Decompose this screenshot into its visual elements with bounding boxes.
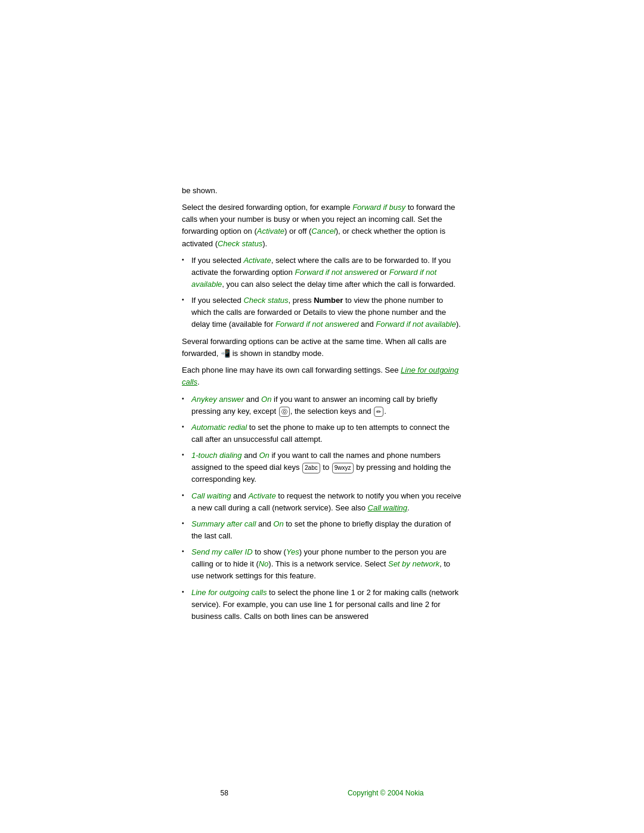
anykey-answer-italic: Anykey answer xyxy=(191,395,244,404)
1touch-dialing-italic: 1-touch dialing xyxy=(191,451,242,460)
number-bold: Number xyxy=(314,296,343,305)
no-italic: No xyxy=(259,559,269,568)
para2-mid2: ) or off ( xyxy=(284,227,311,236)
bullet-dot: • xyxy=(182,519,191,528)
list-item-callwaiting: • Call waiting and Activate to request t… xyxy=(182,490,462,514)
list-item-lineforoutgoing: • Line for outgoing calls to select the … xyxy=(182,587,462,623)
bullets-forwarding: • If you selected Activate, select where… xyxy=(182,255,462,331)
list-item: • If you selected Check status, press Nu… xyxy=(182,295,462,330)
page-number: 58 xyxy=(221,789,228,797)
on-italic: On xyxy=(261,395,271,404)
set-by-network-italic: Set by network xyxy=(388,559,439,568)
bullet-dot: • xyxy=(182,587,191,597)
call-waiting-link: Call waiting xyxy=(368,503,407,512)
forward-not-available2-italic: Forward if not available xyxy=(376,320,456,329)
activate2-italic: Activate xyxy=(248,491,275,500)
bullet-text: Summary after call and On to set the pho… xyxy=(191,518,462,542)
summary-after-call-italic: Summary after call xyxy=(191,519,256,528)
send-caller-id-italic: Send my caller ID xyxy=(191,547,253,556)
check-status-link: Check status xyxy=(218,239,262,248)
bullet-text: Anykey answer and On if you want to answ… xyxy=(191,394,462,417)
content-area: be shown. Select the desired forwarding … xyxy=(182,185,462,623)
on3-italic: On xyxy=(273,519,283,528)
list-item-autoredial: • Automatic redial to set the phone to m… xyxy=(182,422,462,445)
bullet-text: If you selected Check status, press Numb… xyxy=(191,295,462,330)
copyright-text: Copyright © 2004 Nokia xyxy=(348,789,424,797)
forward-not-answered2-italic: Forward if not answered xyxy=(275,320,358,329)
list-item-1touch: • 1-touch dialing and On if you want to … xyxy=(182,450,462,485)
para-several-forwarding: Several forwarding options can be active… xyxy=(182,336,462,360)
bullet-text: Automatic redial to set the phone to mak… xyxy=(191,422,462,445)
list-item-summaryaftercall: • Summary after call and On to set the p… xyxy=(182,518,462,542)
list-item: • If you selected Activate, select where… xyxy=(182,255,462,290)
bullet-dot: • xyxy=(182,450,191,460)
list-item-callerid: • Send my caller ID to show (Yes) your p… xyxy=(182,546,462,582)
forward-not-answered-italic: Forward if not answered xyxy=(295,268,377,277)
bullet-dot: • xyxy=(182,491,191,500)
yes-italic: Yes xyxy=(286,547,299,556)
bullet-text: Send my caller ID to show (Yes) your pho… xyxy=(191,546,462,582)
forward-if-busy-link: Forward if busy xyxy=(352,203,405,212)
key2-icon: 2abc xyxy=(302,463,320,473)
para-forwarding-option: Select the desired forwarding option, fo… xyxy=(182,202,462,250)
bullet-text: If you selected Activate, select where t… xyxy=(191,255,462,290)
key9-icon: 9wxyz xyxy=(332,463,354,473)
bullet-dot: • xyxy=(182,547,191,556)
cancel-link: Cancel xyxy=(311,227,335,236)
forwarded-icon: 📲 xyxy=(221,348,230,360)
activate-italic: Activate xyxy=(243,256,271,265)
edit-key-icon: ✏ xyxy=(374,407,383,417)
bullets-settings: • Anykey answer and On if you want to an… xyxy=(182,394,462,623)
check-status-italic: Check status xyxy=(243,296,288,305)
para2-end: ). xyxy=(262,239,267,248)
page: be shown. Select the desired forwarding … xyxy=(0,0,644,833)
bullet-dot: • xyxy=(182,255,191,265)
line-for-outgoing-calls-link: Line for outgoing calls xyxy=(182,366,459,386)
para-each-phone-line: Each phone line may have its own call fo… xyxy=(182,364,462,388)
bullet-text: Call waiting and Activate to request the… xyxy=(191,490,462,514)
para2-prefix: Select the desired forwarding option, fo… xyxy=(182,203,352,212)
bullet-dot: • xyxy=(182,394,191,404)
on2-italic: On xyxy=(259,451,269,460)
bullet-dot: • xyxy=(182,295,191,305)
bullet-text: 1-touch dialing and On if you want to ca… xyxy=(191,450,462,485)
bullet-text: Line for outgoing calls to select the ph… xyxy=(191,587,462,623)
line-outgoing-italic: Line for outgoing calls xyxy=(191,588,267,597)
call-waiting-italic: Call waiting xyxy=(191,491,231,500)
footer: 58 Copyright © 2004 Nokia xyxy=(0,789,644,797)
activate-link: Activate xyxy=(257,227,284,236)
para-be-shown: be shown. xyxy=(182,185,462,197)
automatic-redial-italic: Automatic redial xyxy=(191,423,247,432)
list-item-anykey: • Anykey answer and On if you want to an… xyxy=(182,394,462,417)
bullet-dot: • xyxy=(182,422,191,432)
zero-key-icon: ⓪ xyxy=(279,407,290,417)
